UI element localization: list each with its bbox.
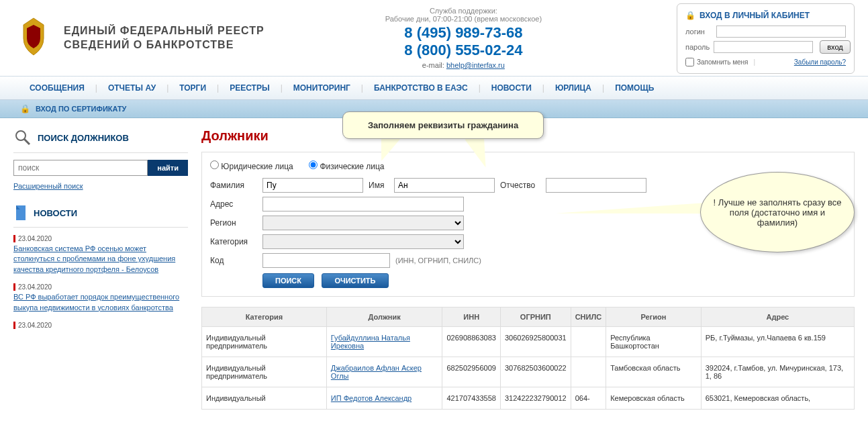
lock-icon: 🔒: [685, 11, 695, 20]
svg-line-1: [24, 139, 30, 144]
nav-bar: СООБЩЕНИЯ| ОТЧЕТЫ АУ| ТОРГИ| РЕЕСТРЫ| МО…: [0, 76, 868, 100]
magnifier-icon: [13, 128, 32, 147]
svg-point-0: [16, 131, 26, 140]
category-select[interactable]: [262, 234, 464, 249]
radio-person[interactable]: [309, 160, 318, 169]
news-item: 23.04.2020 ВС РФ выработает порядок преи…: [13, 283, 188, 313]
cert-lock-icon: 🔒: [20, 104, 30, 113]
callout-instructions: Заполняем реквизиты гражданина: [342, 111, 544, 139]
debtor-link[interactable]: ИП Федотов Александр: [331, 394, 412, 402]
emblem-icon: [13, 15, 54, 62]
phone-2: 8 (800) 555-02-24: [385, 42, 542, 59]
forgot-password-link[interactable]: Забыли пароль?: [794, 58, 846, 66]
login-label: логин: [685, 28, 712, 36]
th-region: Регион: [606, 308, 702, 327]
form-clear-button[interactable]: ОЧИСТИТЬ: [322, 273, 388, 288]
table-row: Индивидуальный предпринимательДжабраилов…: [202, 357, 855, 387]
lastname-input[interactable]: [262, 178, 363, 193]
th-category: Категория: [202, 308, 327, 327]
nav-entities[interactable]: ЮРЛИЦА: [546, 77, 601, 99]
nav-eaes[interactable]: БАНКРОТСТВО В ЕАЭС: [365, 77, 477, 99]
debtor-link[interactable]: Джабраилов Афлан Аскер Оглы: [331, 364, 422, 380]
results-table: Категория Должник ИНН ОГРНИП СНИЛС Регио…: [201, 307, 855, 410]
form-search-button[interactable]: ПОИСК: [262, 273, 314, 288]
nav-reports[interactable]: ОТЧЕТЫ АУ: [99, 77, 165, 99]
phone-1: 8 (495) 989-73-68: [385, 24, 542, 42]
region-select[interactable]: [262, 216, 464, 230]
nav-trades[interactable]: ТОРГИ: [170, 77, 215, 99]
nav-registries[interactable]: РЕЕСТРЫ: [220, 77, 279, 99]
login-panel: 🔒ВХОД В ЛИЧНЫЙ КАБИНЕТ логин пароль вход…: [677, 3, 855, 74]
th-inn: ИНН: [442, 308, 500, 327]
code-input[interactable]: [262, 253, 390, 268]
news-icon: [13, 204, 28, 222]
debtor-link[interactable]: Губайдуллина Наталья Ирековна: [331, 334, 410, 350]
debtor-search-button[interactable]: найти: [148, 160, 188, 176]
nav-help[interactable]: ПОМОЩЬ: [606, 77, 663, 99]
cert-login-link[interactable]: ВХОД ПО СЕРТИФИКАТУ: [36, 105, 126, 113]
site-title: ЕДИНЫЙ ФЕДЕРАЛЬНЫЙ РЕЕСТР СВЕДЕНИЙ О БАН…: [64, 24, 264, 52]
table-row: Индивидуальный предпринимательГубайдулли…: [202, 327, 855, 357]
th-ogrnip: ОГРНИП: [500, 308, 571, 327]
th-address: Адрес: [701, 308, 854, 327]
password-input[interactable]: [714, 41, 813, 53]
advanced-search-link[interactable]: Расширенный поиск: [13, 182, 83, 190]
nav-news[interactable]: НОВОСТИ: [482, 77, 541, 99]
th-debtor: Должник: [326, 308, 442, 327]
news-item: 23.04.2020 Банковская система РФ осенью …: [13, 234, 188, 275]
news-link[interactable]: Банковская система РФ осенью может столк…: [13, 244, 188, 275]
password-label: пароль: [685, 43, 710, 51]
login-input[interactable]: [716, 26, 846, 38]
callout-tip: ! Лучше не заполнять сразу все поля (дос…: [700, 172, 855, 252]
support-email[interactable]: bhelp@interfax.ru: [446, 61, 505, 69]
support-block: Служба поддержки: Рабочие дни, 07:00-21:…: [385, 7, 542, 69]
nav-messages[interactable]: СООБЩЕНИЯ: [20, 77, 94, 99]
remember-checkbox[interactable]: [685, 58, 694, 66]
login-button[interactable]: вход: [820, 40, 851, 54]
news-link[interactable]: ВС РФ выработает порядок преимущественно…: [13, 292, 188, 313]
middlename-input[interactable]: [546, 178, 646, 193]
debtor-search-input[interactable]: [13, 160, 148, 176]
radio-legal[interactable]: [210, 160, 219, 169]
table-row: ИндивидуальныйИП Федотов Александр421707…: [202, 387, 855, 410]
firstname-input[interactable]: [394, 178, 495, 193]
news-item: 23.04.2020: [13, 321, 188, 330]
nav-monitoring[interactable]: МОНИТОРИНГ: [284, 77, 360, 99]
th-snils: СНИЛС: [571, 308, 606, 327]
address-input[interactable]: [262, 197, 464, 211]
